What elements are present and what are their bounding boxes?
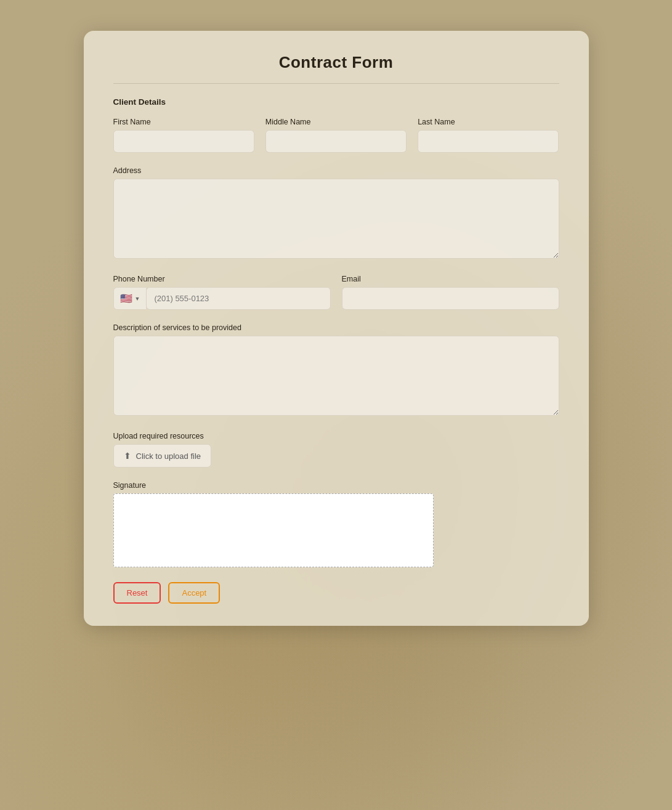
last-name-group: Last Name — [418, 118, 559, 153]
accept-button[interactable]: Accept — [168, 582, 220, 604]
email-label: Email — [342, 275, 559, 283]
address-label: Address — [113, 166, 559, 175]
first-name-input[interactable] — [113, 130, 254, 153]
address-input[interactable] — [113, 179, 559, 259]
first-name-label: First Name — [113, 118, 254, 126]
first-name-group: First Name — [113, 118, 254, 153]
last-name-label: Last Name — [418, 118, 559, 126]
upload-icon: ⬆ — [124, 451, 131, 461]
middle-name-label: Middle Name — [265, 118, 407, 126]
button-row: Reset Accept — [113, 582, 559, 604]
upload-label: Upload required resources — [113, 432, 559, 440]
description-group: Description of services to be provided — [113, 323, 559, 418]
last-name-input[interactable] — [418, 130, 559, 153]
description-label: Description of services to be provided — [113, 323, 559, 332]
signature-canvas[interactable] — [113, 493, 434, 567]
signature-group: Signature — [113, 481, 559, 567]
chevron-down-icon: ▼ — [135, 296, 140, 302]
contract-form: Contract Form Client Details First Name … — [84, 31, 589, 626]
phone-email-row: Phone Number 🇺🇸 ▼ Email — [113, 275, 559, 310]
title-divider — [113, 83, 559, 84]
form-title: Contract Form — [113, 53, 559, 72]
phone-group: Phone Number 🇺🇸 ▼ — [113, 275, 331, 310]
upload-button-text: Click to upload file — [136, 452, 201, 461]
phone-input[interactable] — [146, 287, 330, 310]
client-details-label: Client Details — [113, 97, 559, 107]
flag-icon: 🇺🇸 — [120, 293, 132, 304]
middle-name-input[interactable] — [265, 130, 407, 153]
name-row: First Name Middle Name Last Name — [113, 118, 559, 153]
email-group: Email — [342, 275, 559, 310]
description-input[interactable] — [113, 336, 559, 416]
upload-group: Upload required resources ⬆ Click to upl… — [113, 432, 559, 468]
address-group: Address — [113, 166, 559, 261]
country-code-button[interactable]: 🇺🇸 ▼ — [113, 287, 147, 310]
signature-label: Signature — [113, 481, 559, 490]
middle-name-group: Middle Name — [265, 118, 407, 153]
upload-button[interactable]: ⬆ Click to upload file — [113, 444, 212, 468]
reset-button[interactable]: Reset — [113, 582, 161, 604]
phone-label: Phone Number — [113, 275, 331, 283]
email-input[interactable] — [342, 287, 559, 310]
phone-wrapper: 🇺🇸 ▼ — [113, 287, 331, 310]
